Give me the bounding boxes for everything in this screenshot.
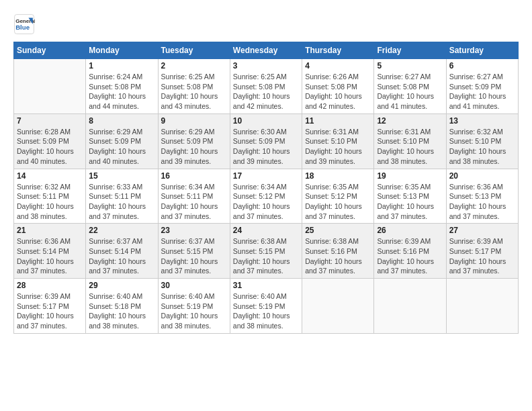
logo: General Blue [13, 13, 38, 35]
day-number: 16 [161, 171, 227, 181]
day-detail: Sunrise: 6:36 AMSunset: 5:13 PMDaylight:… [449, 182, 515, 222]
day-number: 13 [449, 116, 515, 126]
day-number: 28 [17, 281, 83, 290]
day-number: 15 [89, 171, 154, 181]
calendar-cell: 2Sunrise: 6:25 AMSunset: 5:08 PMDaylight… [158, 59, 230, 114]
calendar-cell: 22Sunrise: 6:37 AMSunset: 5:14 PMDayligh… [86, 224, 158, 279]
calendar-cell: 12Sunrise: 6:31 AMSunset: 5:10 PMDayligh… [374, 113, 446, 169]
day-detail: Sunrise: 6:40 AMSunset: 5:18 PMDaylight:… [89, 291, 154, 331]
day-number: 24 [233, 226, 299, 235]
day-detail: Sunrise: 6:24 AMSunset: 5:08 PMDaylight:… [89, 72, 154, 111]
day-detail: Sunrise: 6:29 AMSunset: 5:09 PMDaylight:… [89, 127, 154, 167]
day-number: 21 [17, 226, 83, 235]
calendar-cell: 26Sunrise: 6:39 AMSunset: 5:16 PMDayligh… [374, 224, 446, 279]
day-detail: Sunrise: 6:28 AMSunset: 5:09 PMDaylight:… [17, 127, 83, 167]
day-number: 10 [233, 116, 299, 126]
weekday-header-tuesday: Tuesday [158, 42, 230, 59]
calendar-cell: 7Sunrise: 6:28 AMSunset: 5:09 PMDaylight… [14, 113, 86, 169]
day-number: 11 [305, 116, 371, 126]
day-detail: Sunrise: 6:31 AMSunset: 5:10 PMDaylight:… [377, 127, 443, 167]
day-detail: Sunrise: 6:32 AMSunset: 5:10 PMDaylight:… [449, 127, 515, 167]
svg-text:Blue: Blue [15, 24, 30, 31]
day-number: 12 [377, 116, 443, 126]
calendar-cell: 18Sunrise: 6:35 AMSunset: 5:12 PMDayligh… [302, 169, 374, 224]
calendar-cell: 23Sunrise: 6:37 AMSunset: 5:15 PMDayligh… [158, 224, 230, 279]
day-detail: Sunrise: 6:27 AMSunset: 5:09 PMDaylight:… [449, 72, 515, 111]
calendar-cell [302, 279, 374, 334]
calendar-cell [14, 59, 86, 114]
day-number: 7 [17, 116, 83, 126]
day-detail: Sunrise: 6:30 AMSunset: 5:09 PMDaylight:… [233, 127, 299, 167]
day-number: 8 [89, 116, 154, 126]
day-detail: Sunrise: 6:29 AMSunset: 5:09 PMDaylight:… [161, 127, 227, 167]
day-detail: Sunrise: 6:39 AMSunset: 5:16 PMDaylight:… [377, 236, 443, 276]
calendar-cell: 28Sunrise: 6:39 AMSunset: 5:17 PMDayligh… [14, 279, 86, 334]
weekday-header-friday: Friday [374, 42, 446, 59]
day-detail: Sunrise: 6:37 AMSunset: 5:14 PMDaylight:… [89, 236, 154, 276]
week-row-2: 7Sunrise: 6:28 AMSunset: 5:09 PMDaylight… [14, 113, 519, 169]
calendar-cell: 5Sunrise: 6:27 AMSunset: 5:08 PMDaylight… [374, 59, 446, 114]
weekday-header-sunday: Sunday [14, 42, 86, 59]
day-number: 30 [161, 281, 227, 290]
calendar-cell: 20Sunrise: 6:36 AMSunset: 5:13 PMDayligh… [446, 169, 518, 224]
calendar-cell: 29Sunrise: 6:40 AMSunset: 5:18 PMDayligh… [86, 279, 158, 334]
day-number: 18 [305, 171, 371, 181]
calendar-cell [446, 279, 518, 334]
calendar-cell: 16Sunrise: 6:34 AMSunset: 5:11 PMDayligh… [158, 169, 230, 224]
weekday-header-monday: Monday [86, 42, 158, 59]
week-row-4: 21Sunrise: 6:36 AMSunset: 5:14 PMDayligh… [14, 224, 519, 279]
weekday-header-thursday: Thursday [302, 42, 374, 59]
calendar-cell: 8Sunrise: 6:29 AMSunset: 5:09 PMDaylight… [86, 113, 158, 169]
day-number: 23 [161, 226, 227, 235]
day-detail: Sunrise: 6:34 AMSunset: 5:12 PMDaylight:… [233, 182, 299, 222]
day-number: 5 [377, 61, 443, 71]
calendar-cell: 15Sunrise: 6:33 AMSunset: 5:11 PMDayligh… [86, 169, 158, 224]
logo-icon: General Blue [13, 13, 35, 35]
day-number: 22 [89, 226, 154, 235]
calendar-cell: 14Sunrise: 6:32 AMSunset: 5:11 PMDayligh… [14, 169, 86, 224]
calendar-cell [374, 279, 446, 334]
day-detail: Sunrise: 6:25 AMSunset: 5:08 PMDaylight:… [161, 72, 227, 111]
calendar-cell: 1Sunrise: 6:24 AMSunset: 5:08 PMDaylight… [86, 59, 158, 114]
week-row-1: 1Sunrise: 6:24 AMSunset: 5:08 PMDaylight… [14, 59, 519, 114]
calendar-cell: 17Sunrise: 6:34 AMSunset: 5:12 PMDayligh… [230, 169, 302, 224]
day-detail: Sunrise: 6:38 AMSunset: 5:16 PMDaylight:… [305, 236, 371, 276]
calendar-cell: 19Sunrise: 6:35 AMSunset: 5:13 PMDayligh… [374, 169, 446, 224]
calendar-cell: 11Sunrise: 6:31 AMSunset: 5:10 PMDayligh… [302, 113, 374, 169]
week-row-3: 14Sunrise: 6:32 AMSunset: 5:11 PMDayligh… [14, 169, 519, 224]
day-number: 26 [377, 226, 443, 235]
day-number: 3 [233, 61, 299, 71]
day-number: 19 [377, 171, 443, 181]
weekday-header-saturday: Saturday [446, 42, 518, 59]
day-number: 31 [233, 281, 299, 290]
day-detail: Sunrise: 6:37 AMSunset: 5:15 PMDaylight:… [161, 236, 227, 276]
weekday-header-row: SundayMondayTuesdayWednesdayThursdayFrid… [14, 42, 519, 59]
calendar-cell: 3Sunrise: 6:25 AMSunset: 5:08 PMDaylight… [230, 59, 302, 114]
day-number: 9 [161, 116, 227, 126]
day-number: 14 [17, 171, 83, 181]
calendar-cell: 30Sunrise: 6:40 AMSunset: 5:19 PMDayligh… [158, 279, 230, 334]
day-detail: Sunrise: 6:27 AMSunset: 5:08 PMDaylight:… [377, 72, 443, 111]
day-number: 4 [305, 61, 371, 71]
calendar-table: SundayMondayTuesdayWednesdayThursdayFrid… [13, 42, 519, 334]
day-number: 2 [161, 61, 227, 71]
calendar-cell: 6Sunrise: 6:27 AMSunset: 5:09 PMDaylight… [446, 59, 518, 114]
day-detail: Sunrise: 6:32 AMSunset: 5:11 PMDaylight:… [17, 182, 83, 222]
calendar-cell: 24Sunrise: 6:38 AMSunset: 5:15 PMDayligh… [230, 224, 302, 279]
header: General Blue [13, 13, 519, 35]
calendar-cell: 21Sunrise: 6:36 AMSunset: 5:14 PMDayligh… [14, 224, 86, 279]
day-detail: Sunrise: 6:38 AMSunset: 5:15 PMDaylight:… [233, 236, 299, 276]
day-detail: Sunrise: 6:31 AMSunset: 5:10 PMDaylight:… [305, 127, 371, 167]
calendar-cell: 27Sunrise: 6:39 AMSunset: 5:17 PMDayligh… [446, 224, 518, 279]
day-number: 6 [449, 61, 515, 71]
day-number: 1 [89, 61, 154, 71]
calendar-cell: 13Sunrise: 6:32 AMSunset: 5:10 PMDayligh… [446, 113, 518, 169]
day-number: 27 [449, 226, 515, 235]
weekday-header-wednesday: Wednesday [230, 42, 302, 59]
day-detail: Sunrise: 6:39 AMSunset: 5:17 PMDaylight:… [17, 291, 83, 331]
calendar-cell: 4Sunrise: 6:26 AMSunset: 5:08 PMDaylight… [302, 59, 374, 114]
day-detail: Sunrise: 6:35 AMSunset: 5:12 PMDaylight:… [305, 182, 371, 222]
calendar-cell: 31Sunrise: 6:40 AMSunset: 5:19 PMDayligh… [230, 279, 302, 334]
calendar-cell: 10Sunrise: 6:30 AMSunset: 5:09 PMDayligh… [230, 113, 302, 169]
day-detail: Sunrise: 6:39 AMSunset: 5:17 PMDaylight:… [449, 236, 515, 276]
